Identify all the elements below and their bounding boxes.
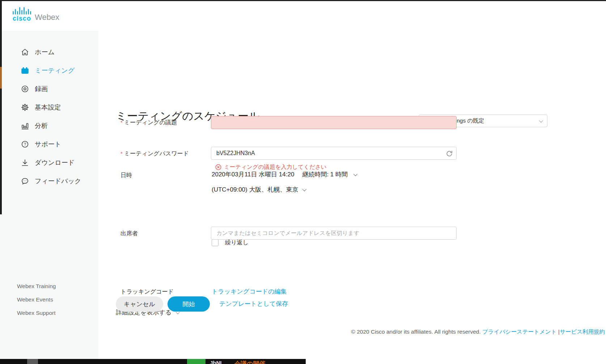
sidebar-item-label: 分析 (35, 121, 48, 130)
start-button[interactable]: 開始 (168, 296, 210, 312)
gear-icon (20, 103, 30, 112)
sidebar-item-label: ホーム (35, 48, 55, 56)
copyright-text: © 2020 Cisco and/or its affiliates. All … (351, 329, 482, 335)
duration-value: 継続時間: 1 時間 (302, 170, 348, 179)
meeting-password-input[interactable] (211, 147, 457, 160)
bar-chart-icon (20, 121, 30, 130)
sidebar-item-label: ミーティング (35, 66, 75, 75)
topic-error-message: ミーティングの議題を入力してください (215, 163, 327, 171)
app-header: cisco Webex (0, 0, 606, 31)
background-window-top-edge (0, 0, 606, 1)
background-window-green-block (187, 359, 205, 364)
webex-support-link[interactable]: Webex Support (17, 310, 56, 316)
background-window-text-fragment: 会議の開催 (234, 360, 265, 364)
regenerate-password-icon[interactable] (446, 150, 453, 157)
edit-tracking-code-link[interactable]: トラッキングコードの編集 (212, 287, 287, 296)
meeting-password-label-text: ミーティングパスワード (124, 150, 189, 157)
home-icon (20, 47, 30, 57)
question-circle-icon: ? (20, 140, 30, 149)
terms-of-service-link[interactable]: サービス利用規約 (560, 329, 605, 335)
sidebar: ホーム ミーティング 録画 (0, 31, 98, 359)
page-footer: © 2020 Cisco and/or its affiliates. All … (351, 328, 605, 336)
topic-error-text: ミーティングの議題を入力してください (224, 163, 327, 171)
error-icon (215, 164, 221, 170)
webex-app-window: cisco Webex ホーム ミーティング (0, 0, 606, 364)
chevron-down-icon (539, 119, 543, 123)
meeting-topic-input[interactable] (211, 116, 457, 129)
sidebar-footer-links: Webex Training Webex Events Webex Suppor… (17, 283, 56, 323)
recurrence-checkbox[interactable] (212, 239, 219, 246)
record-icon (20, 84, 30, 94)
footer-separator: | (557, 329, 560, 335)
sidebar-item-feedback[interactable]: フィードバック (0, 172, 98, 190)
privacy-statement-link[interactable]: プライバシーステートメント (482, 329, 557, 335)
main-content: ミーティングのスケジュール ミーティングテンプレート Webex Meeting… (98, 31, 606, 359)
download-icon (20, 158, 30, 167)
timezone-value: (UTC+09:00) 大阪、札幌、東京 (212, 185, 298, 194)
sidebar-item-label: 録画 (35, 85, 48, 93)
save-as-template-link[interactable]: テンプレートとして保存 (219, 300, 288, 308)
webex-events-link[interactable]: Webex Events (17, 296, 56, 303)
meeting-topic-label: *ミーティングの議題 (120, 119, 177, 127)
webex-training-link[interactable]: Webex Training (17, 283, 56, 290)
sidebar-item-meetings[interactable]: ミーティング (0, 61, 98, 80)
sidebar-item-insights[interactable]: 分析 (0, 116, 98, 135)
recurrence-label: 繰り返し (225, 239, 249, 247)
sidebar-item-label: 基本設定 (35, 103, 61, 112)
chevron-down-icon (302, 187, 306, 191)
cisco-brand-text: cisco (13, 15, 31, 22)
background-window-strip: JbNL 会議の開催 (0, 359, 306, 364)
required-asterisk: * (120, 150, 123, 157)
sidebar-item-home[interactable]: ホーム (0, 43, 98, 61)
cisco-webex-logo: cisco Webex (13, 7, 59, 22)
sidebar-item-preferences[interactable]: 基本設定 (0, 98, 98, 116)
feedback-bubble-icon (20, 176, 30, 186)
sidebar-item-downloads[interactable]: ダウンロード (0, 153, 98, 172)
sidebar-item-label: サポート (35, 140, 61, 149)
tracking-code-label: トラッキングコード (120, 288, 174, 296)
recurrence-row: 繰り返し (212, 239, 249, 247)
datetime-value-row[interactable]: 2020年03月11日 水曜日 14:20 継続時間: 1 時間 (212, 170, 356, 179)
background-window-segment (27, 359, 38, 364)
meeting-password-label: *ミーティングパスワード (120, 150, 189, 158)
webex-product-text: Webex (35, 13, 59, 22)
background-window-left-edge (0, 0, 2, 214)
datetime-value: 2020年03月11日 水曜日 14:20 (212, 170, 294, 179)
meeting-topic-label-text: ミーティングの議題 (124, 119, 177, 125)
background-window-orange-segment (0, 67, 2, 89)
sidebar-item-recordings[interactable]: 録画 (0, 80, 98, 98)
svg-text:?: ? (24, 142, 26, 146)
background-window-text-fragment: JbNL (210, 360, 224, 364)
cancel-button[interactable]: キャンセル (116, 296, 163, 312)
attendees-input[interactable] (211, 227, 457, 240)
sidebar-item-support[interactable]: ? サポート (0, 135, 98, 153)
cisco-logo-icon (13, 7, 31, 14)
sidebar-item-label: フィードバック (35, 177, 81, 185)
timezone-row[interactable]: (UTC+09:00) 大阪、札幌、東京 (212, 185, 305, 194)
meetings-icon (20, 66, 30, 75)
sidebar-item-label: ダウンロード (35, 158, 75, 167)
datetime-label: 日時 (120, 172, 132, 179)
required-asterisk: * (120, 119, 123, 125)
sidebar-nav: ホーム ミーティング 録画 (0, 43, 98, 190)
chevron-down-icon (353, 172, 357, 176)
attendees-label: 出席者 (120, 230, 138, 237)
